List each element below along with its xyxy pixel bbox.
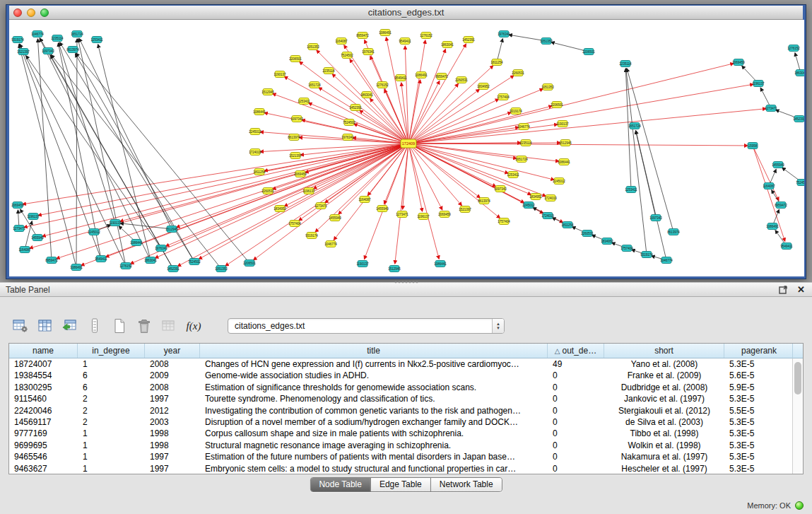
table-row[interactable]: 1830029562008Estimation of significance … xyxy=(9,382,792,393)
network-node[interactable] xyxy=(626,187,636,193)
network-node[interactable] xyxy=(479,198,489,204)
network-node[interactable] xyxy=(304,188,314,194)
network-node[interactable] xyxy=(563,222,572,228)
column-header-title[interactable]: title xyxy=(200,344,548,358)
network-node[interactable] xyxy=(250,129,260,135)
table-row[interactable]: 1938455462009Genome-wide association stu… xyxy=(9,370,792,381)
network-node[interactable] xyxy=(254,169,264,175)
table-row[interactable]: 2242004622012Investigating the contribut… xyxy=(9,405,792,416)
network-node[interactable] xyxy=(43,48,53,54)
tab-network-table[interactable]: Network Table xyxy=(430,478,502,491)
network-node[interactable] xyxy=(13,202,23,209)
network-node[interactable] xyxy=(764,183,774,189)
network-node[interactable] xyxy=(584,49,594,55)
network-node[interactable] xyxy=(344,119,354,126)
network-node[interactable] xyxy=(782,243,792,250)
network-node[interactable] xyxy=(52,35,62,42)
network-node[interactable] xyxy=(531,194,541,200)
network-node[interactable] xyxy=(418,214,428,220)
network-canvas[interactable]: 1724092260531183495217574049319174104677… xyxy=(9,20,804,276)
network-node[interactable] xyxy=(343,134,353,141)
network-node[interactable] xyxy=(753,81,763,87)
network-node[interactable] xyxy=(499,31,509,37)
network-node[interactable] xyxy=(661,257,671,264)
network-node[interactable] xyxy=(167,226,177,233)
network-node[interactable] xyxy=(92,37,102,43)
network-node[interactable] xyxy=(546,195,555,201)
network-node[interactable] xyxy=(552,102,562,108)
network-node[interactable] xyxy=(290,56,300,62)
network-node[interactable] xyxy=(351,105,360,111)
close-panel-icon[interactable]: ✕ xyxy=(796,284,806,295)
network-node[interactable] xyxy=(47,257,57,264)
network-node[interactable] xyxy=(559,159,569,165)
network-node[interactable] xyxy=(440,211,449,218)
network-node[interactable] xyxy=(543,84,553,90)
network-node[interactable] xyxy=(794,116,804,122)
panel-divider-grip[interactable] xyxy=(394,280,418,284)
network-node[interactable] xyxy=(630,123,640,129)
network-node[interactable] xyxy=(275,206,285,212)
network-node[interactable] xyxy=(622,245,632,252)
network-node[interactable] xyxy=(478,83,488,90)
network-node[interactable] xyxy=(245,260,254,267)
network-node[interactable] xyxy=(397,211,407,218)
zoom-window-button[interactable] xyxy=(40,8,49,17)
table-row[interactable]: 946362711997Embryonic stem cells: a mode… xyxy=(9,463,792,474)
network-node[interactable] xyxy=(316,203,326,209)
minimize-window-button[interactable] xyxy=(27,8,35,17)
network-node[interactable] xyxy=(773,162,783,168)
network-node[interactable] xyxy=(437,74,447,80)
table-settings-icon[interactable] xyxy=(11,317,30,335)
network-node[interactable] xyxy=(642,252,652,258)
network-node[interactable] xyxy=(457,77,466,83)
network-node[interactable] xyxy=(560,140,570,146)
network-node[interactable] xyxy=(669,229,678,235)
network-node[interactable] xyxy=(299,98,309,105)
network-node[interactable] xyxy=(767,223,777,230)
column-header-name[interactable]: name xyxy=(9,344,78,358)
network-window-titlebar[interactable]: citations_edges.txt xyxy=(9,6,803,20)
network-node[interactable] xyxy=(517,156,526,163)
network-node[interactable] xyxy=(324,68,334,74)
network-node[interactable] xyxy=(396,75,406,81)
column-header-short[interactable]: short xyxy=(604,344,724,358)
network-node[interactable] xyxy=(310,82,319,88)
column-header-pagerank[interactable]: pagerank xyxy=(724,344,794,358)
column-format-icon[interactable] xyxy=(86,317,104,335)
network-node[interactable] xyxy=(776,202,786,209)
network-node[interactable] xyxy=(766,105,776,112)
network-node[interactable] xyxy=(651,215,661,221)
network-node[interactable] xyxy=(543,213,553,219)
network-node[interactable] xyxy=(89,229,99,235)
network-node[interactable] xyxy=(521,140,531,146)
network-node[interactable] xyxy=(308,44,318,50)
network-node[interactable] xyxy=(275,71,285,78)
network-node[interactable] xyxy=(342,52,352,59)
network-node[interactable] xyxy=(292,116,302,122)
delete-table-icon[interactable] xyxy=(135,317,153,335)
network-node[interactable] xyxy=(519,124,529,130)
network-node[interactable] xyxy=(499,218,509,225)
network-node[interactable] xyxy=(14,226,24,232)
network-node[interactable] xyxy=(20,247,30,253)
network-node[interactable] xyxy=(401,139,416,148)
network-node[interactable] xyxy=(72,31,82,37)
network-node[interactable] xyxy=(336,38,346,45)
network-node[interactable] xyxy=(797,180,804,186)
network-node[interactable] xyxy=(620,61,630,67)
table-row[interactable]: 946554611997Estimation of the future num… xyxy=(9,451,792,462)
select-columns-icon[interactable] xyxy=(36,317,54,335)
network-node[interactable] xyxy=(71,264,81,271)
network-node[interactable] xyxy=(416,72,426,78)
network-node[interactable] xyxy=(290,221,300,227)
network-node[interactable] xyxy=(250,149,260,156)
table-row[interactable]: 911546021997Tourette syndrome. Phenomeno… xyxy=(9,393,792,404)
network-node[interactable] xyxy=(330,215,340,221)
network-node[interactable] xyxy=(68,47,78,53)
import-table-icon[interactable] xyxy=(61,317,79,335)
close-window-button[interactable] xyxy=(13,8,22,17)
network-node[interactable] xyxy=(216,266,226,272)
network-node[interactable] xyxy=(289,134,299,141)
network-node[interactable] xyxy=(541,38,551,45)
